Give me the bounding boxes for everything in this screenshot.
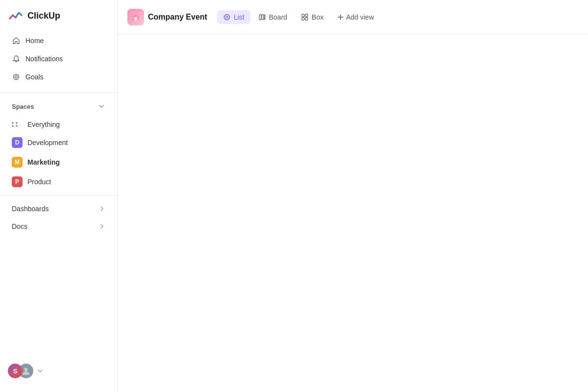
svg-point-2 xyxy=(24,368,28,371)
sidebar-item-docs[interactable]: Docs xyxy=(4,218,113,235)
tab-board[interactable]: Board xyxy=(252,10,293,24)
project-title: Company Event xyxy=(148,13,207,22)
nav-section: Home Notifications Goals xyxy=(0,29,117,88)
marketing-avatar: M xyxy=(12,157,23,168)
main-content: Company Event List xyxy=(118,0,588,392)
dashboards-right xyxy=(98,205,105,212)
marketing-label: Marketing xyxy=(27,158,60,166)
user-avatar-s: S xyxy=(8,364,23,378)
view-tabs: List Board xyxy=(217,10,380,24)
chevron-right-icon xyxy=(98,205,105,212)
everything-dots-icon xyxy=(12,122,23,127)
sidebar-item-marketing[interactable]: M Marketing xyxy=(4,153,113,172)
add-view-button[interactable]: Add view xyxy=(331,10,380,24)
sidebar-item-home[interactable]: Home xyxy=(4,32,113,49)
spaces-title: Spaces xyxy=(12,103,34,110)
spaces-header[interactable]: Spaces xyxy=(4,98,113,114)
goals-label: Goals xyxy=(25,73,44,81)
clickup-logo-icon xyxy=(8,8,24,24)
add-view-label: Add view xyxy=(346,13,374,21)
svg-point-1 xyxy=(15,76,18,78)
svg-point-0 xyxy=(14,74,19,80)
divider-1 xyxy=(0,92,117,93)
list-icon xyxy=(223,13,231,21)
avatar-pair: S xyxy=(8,364,33,378)
bell-icon xyxy=(12,54,21,63)
docs-right xyxy=(98,223,105,230)
product-avatar: P xyxy=(12,176,23,187)
user-area[interactable]: S xyxy=(0,358,117,384)
list-tab-label: List xyxy=(234,13,245,21)
box-tab-label: Box xyxy=(312,13,323,21)
goals-icon xyxy=(12,73,21,81)
tab-box[interactable]: Box xyxy=(295,10,329,24)
project-icon xyxy=(127,9,144,25)
divider-2 xyxy=(0,196,117,196)
sidebar-item-goals[interactable]: Goals xyxy=(4,68,113,86)
svg-rect-6 xyxy=(259,15,261,20)
svg-rect-9 xyxy=(302,14,304,17)
everything-label: Everything xyxy=(27,121,60,128)
logo-area[interactable]: ClickUp xyxy=(0,0,117,29)
dropdown-icon xyxy=(37,368,43,374)
box-icon xyxy=(301,13,309,21)
development-label: Development xyxy=(27,139,68,147)
product-label: Product xyxy=(27,178,51,186)
board-tab-label: Board xyxy=(269,13,287,21)
sidebar-item-dashboards[interactable]: Dashboards xyxy=(4,200,113,217)
topbar: Company Event List xyxy=(118,0,588,34)
docs-label: Docs xyxy=(12,222,27,230)
svg-rect-7 xyxy=(262,15,264,20)
plus-icon xyxy=(337,14,344,21)
tab-list[interactable]: List xyxy=(217,10,250,24)
svg-rect-4 xyxy=(134,17,137,21)
content-area xyxy=(118,34,588,392)
chevron-down-icon xyxy=(98,102,105,110)
svg-rect-8 xyxy=(264,15,265,20)
notifications-label: Notifications xyxy=(25,55,63,63)
sidebar-item-notifications[interactable]: Notifications xyxy=(4,50,113,68)
sidebar-item-everything[interactable]: Everything xyxy=(4,117,113,132)
dashboards-label: Dashboards xyxy=(12,205,49,213)
svg-rect-10 xyxy=(305,14,308,17)
board-icon xyxy=(258,13,266,21)
development-avatar: D xyxy=(12,137,23,148)
svg-rect-12 xyxy=(305,18,308,20)
home-icon xyxy=(12,36,21,45)
sidebar-item-development[interactable]: D Development xyxy=(4,133,113,152)
svg-rect-11 xyxy=(302,18,304,20)
chevron-right-icon-docs xyxy=(98,223,105,230)
sidebar-item-product[interactable]: P Product xyxy=(4,172,113,191)
sidebar: ClickUp Home Notifications xyxy=(0,0,118,392)
app-name: ClickUp xyxy=(27,11,60,21)
home-label: Home xyxy=(25,37,44,45)
